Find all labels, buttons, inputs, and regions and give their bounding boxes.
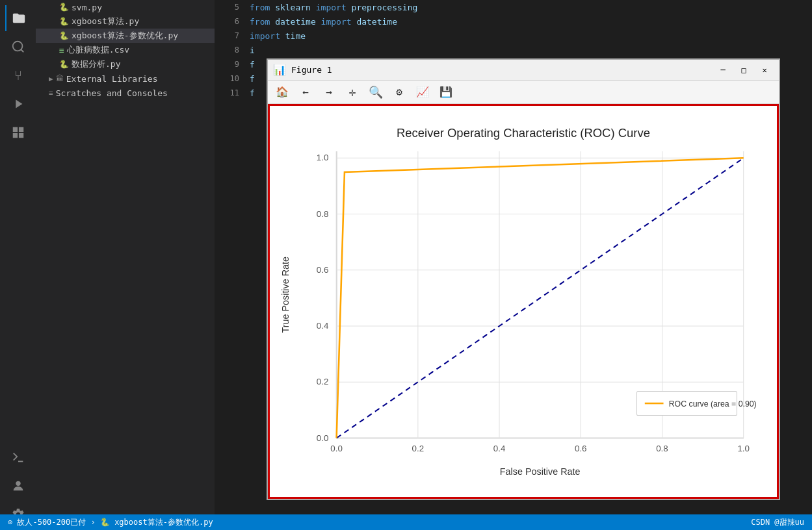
file-analysis[interactable]: 🐍 数据分析.py <box>36 57 215 71</box>
figure-window-buttons: ─ □ ✕ <box>714 63 774 77</box>
chevron-right-icon: ▶ <box>49 75 53 83</box>
x-tick-04: 0.4 <box>493 444 506 453</box>
sidebar-extensions-icon[interactable] <box>5 120 31 145</box>
sidebar-debug-icon[interactable] <box>5 91 31 117</box>
python-icon: 🐍 <box>59 60 69 69</box>
sidebar-account-icon[interactable] <box>5 473 31 499</box>
x-tick-08: 0.8 <box>656 444 668 453</box>
scratches-icon: ≡ <box>49 89 53 97</box>
svg-rect-5 <box>18 133 23 138</box>
y-tick-08: 0.8 <box>317 209 329 219</box>
python-icon: 🐍 <box>59 17 69 26</box>
file-heart-csv[interactable]: ≡ 心脏病数据.csv <box>36 43 215 57</box>
legend-label: ROC curve (area = 0.90) <box>669 399 757 409</box>
python-icon: 🐍 <box>59 31 69 40</box>
svg-point-7 <box>16 481 20 486</box>
y-tick-00: 0.0 <box>317 433 329 443</box>
csv-icon: ≡ <box>59 45 64 55</box>
matplotlib-icon: 📊 <box>273 64 286 76</box>
y-tick-04: 0.4 <box>317 321 329 331</box>
status-right: CSDN @甜辣uu <box>751 517 804 528</box>
close-button[interactable]: ✕ <box>755 63 774 77</box>
svg-rect-3 <box>18 127 23 132</box>
y-axis-label: True Positive Rate <box>280 257 291 333</box>
main-area: 5 from sklearn import preprocessing 6 fr… <box>215 0 812 530</box>
y-tick-02: 0.2 <box>317 377 329 386</box>
minimize-button[interactable]: ─ <box>714 63 732 77</box>
x-tick-10: 1.0 <box>737 444 750 453</box>
file-tree: 🐍 svm.py 🐍 xgboost算法.py 🐍 xgboost算法-参数优化… <box>36 0 215 530</box>
back-tool-button[interactable]: ← <box>296 83 315 101</box>
x-tick-00: 0.0 <box>330 444 343 453</box>
figure-title: 📊 Figure 1 <box>273 64 714 76</box>
file-xgboost-opt[interactable]: 🐍 xgboost算法-参数优化.py <box>36 29 215 43</box>
svg-point-0 <box>12 42 22 51</box>
status-left: ⊙ 故人-500-200已付 › 🐍 xgboost算法-参数优化.py <box>8 517 751 528</box>
svg-line-1 <box>21 49 23 52</box>
code-line-5: 5 from sklearn import preprocessing <box>215 0 812 14</box>
y-tick-06: 0.6 <box>317 265 329 275</box>
svg-rect-4 <box>12 133 17 138</box>
pan-tool-button[interactable]: ✛ <box>343 83 361 101</box>
code-line-7: 7 import time <box>215 29 812 43</box>
svg-rect-8 <box>270 112 777 492</box>
file-external-libs[interactable]: ▶ 🏛 External Libraries <box>36 71 215 86</box>
library-icon: 🏛 <box>56 74 64 83</box>
python-icon: 🐍 <box>59 3 69 12</box>
x-tick-02: 0.2 <box>412 444 425 453</box>
x-tick-06: 0.6 <box>575 444 587 453</box>
home-tool-button[interactable]: 🏠 <box>273 83 291 101</box>
forward-tool-button[interactable]: → <box>320 83 338 101</box>
figure-toolbar: 🏠 ← → ✛ 🔍 ⚙ 📈 💾 <box>268 81 779 104</box>
y-tick-10: 1.0 <box>317 153 329 162</box>
curve-tool-button[interactable]: 📈 <box>413 83 432 101</box>
figure-chart-area: Receiver Operating Characteristic (ROC) … <box>268 104 779 499</box>
settings-tool-button[interactable]: ⚙ <box>390 83 408 101</box>
status-bar: ⊙ 故人-500-200已付 › 🐍 xgboost算法-参数优化.py CSD… <box>0 514 812 530</box>
sidebar-search-icon[interactable] <box>5 34 31 60</box>
svg-rect-2 <box>12 127 17 132</box>
zoom-tool-button[interactable]: 🔍 <box>367 83 385 101</box>
maximize-button[interactable]: □ <box>735 63 753 77</box>
x-axis-label: False Positive Rate <box>500 466 581 477</box>
sidebar-git-icon[interactable]: ⑂ <box>5 62 31 88</box>
sidebar-files-icon[interactable] <box>5 5 31 31</box>
code-line-6: 6 from datetime import datetime <box>215 14 812 29</box>
figure-window: 📊 Figure 1 ─ □ ✕ 🏠 ← → ✛ 🔍 ⚙ 📈 💾 <box>267 58 780 500</box>
file-svm[interactable]: 🐍 svm.py <box>36 0 215 14</box>
sidebar: ⑂ <box>0 0 36 530</box>
figure-titlebar: 📊 Figure 1 ─ □ ✕ <box>268 60 779 81</box>
code-line-8: 8 i <box>215 43 812 57</box>
save-tool-button[interactable]: 💾 <box>437 83 455 101</box>
file-xgboost[interactable]: 🐍 xgboost算法.py <box>36 14 215 29</box>
chart-title: Receiver Operating Characteristic (ROC) … <box>397 126 650 140</box>
file-scratches[interactable]: ≡ Scratches and Consoles <box>36 86 215 100</box>
sidebar-terminal-icon[interactable] <box>5 444 31 470</box>
roc-chart: Receiver Operating Characteristic (ROC) … <box>270 106 777 497</box>
